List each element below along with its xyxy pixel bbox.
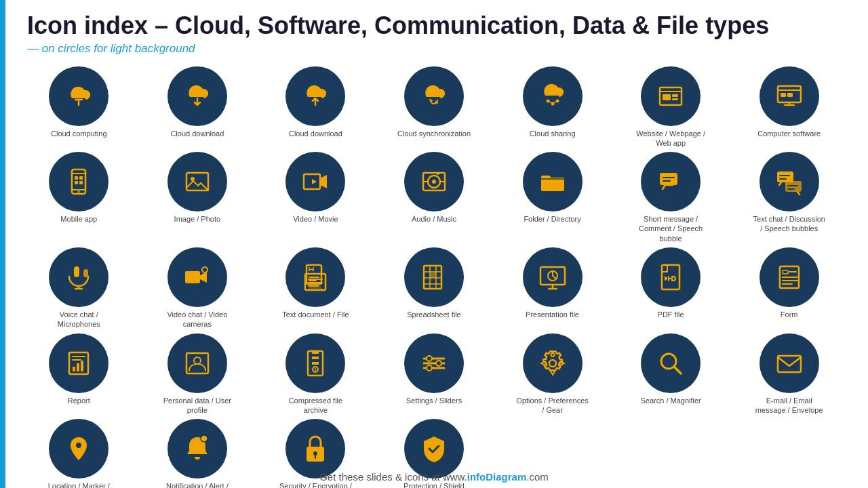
- svg-rect-35: [662, 265, 679, 289]
- icon-item-text-chat: Text chat / Discussion / Speech bubbles: [730, 152, 848, 243]
- icon-circle-report: [49, 333, 108, 393]
- svg-point-17: [191, 177, 195, 181]
- svg-rect-40: [77, 363, 79, 371]
- svg-point-55: [76, 443, 81, 448]
- page-title: Icon index – Cloud, Software, Communicat…: [27, 12, 841, 39]
- svg-rect-9: [787, 93, 793, 97]
- icon-item-mobile-app: Mobile app: [20, 152, 138, 243]
- icon-label-folder-directory: Folder / Directory: [524, 214, 580, 224]
- icon-label-settings: Settings / Sliders: [406, 396, 462, 405]
- icon-item-image-photo: Image / Photo: [139, 152, 256, 243]
- icon-label-video-movie: Video / Movie: [293, 214, 338, 224]
- icon-circle-video-chat: [167, 247, 227, 307]
- svg-rect-37: [783, 270, 788, 274]
- icon-label-email: E-mail / Email message / Envelope: [752, 396, 827, 415]
- icon-circle-spreadsheet: [404, 247, 464, 307]
- svg-rect-6: [672, 98, 678, 100]
- icon-circle-computer-software: [760, 66, 819, 126]
- icon-circle-personal-data: [167, 333, 227, 393]
- icon-circle-search: [641, 333, 701, 393]
- svg-point-50: [436, 361, 441, 366]
- icon-label-presentation: Presentation file: [526, 310, 579, 319]
- icon-circle-form: [760, 247, 819, 307]
- svg-rect-32: [431, 272, 436, 278]
- icon-item-voice-chat: Voice chat / Microphones: [20, 247, 138, 329]
- svg-point-28: [202, 267, 208, 272]
- icon-label-form: Form: [781, 310, 798, 319]
- svg-rect-27: [185, 271, 200, 283]
- icon-label-personal-data: Personal data / User profile: [160, 396, 235, 415]
- icon-circle-image-photo: [167, 152, 227, 211]
- svg-rect-47: [312, 362, 319, 365]
- icon-circle-security: [285, 419, 345, 479]
- icon-item-cloud-sync: Cloud synchronization: [376, 66, 493, 148]
- svg-point-1: [546, 99, 549, 102]
- icon-item-email: E-mail / Email message / Envelope: [730, 333, 848, 415]
- icon-label-image-photo: Image / Photo: [174, 214, 221, 224]
- svg-rect-26: [83, 269, 88, 277]
- icon-circle-notification: [167, 419, 227, 479]
- icon-circle-short-message: [641, 152, 701, 211]
- svg-point-51: [427, 365, 432, 371]
- icon-item-presentation: Presentation file: [494, 247, 611, 329]
- icon-circle-text-document: [285, 247, 345, 307]
- icon-label-audio-music: Audio / Music: [412, 214, 456, 224]
- svg-rect-14: [79, 181, 83, 184]
- svg-rect-25: [74, 266, 79, 277]
- icon-circle-mobile-app: [49, 152, 108, 211]
- icon-item-settings: Settings / Sliders: [376, 333, 493, 415]
- icon-item-form: Form: [730, 247, 848, 329]
- icon-item-report: Report: [20, 333, 138, 415]
- icon-circle-email: [760, 333, 819, 393]
- icon-label-pdf-file: PDF file: [658, 310, 684, 319]
- icon-circle-voice-chat: [49, 247, 108, 307]
- icon-label-cloud-computing: Cloud computing: [51, 129, 107, 138]
- icon-label-text-chat: Text chat / Discussion / Speech bubbles: [752, 214, 827, 234]
- svg-rect-39: [73, 367, 75, 371]
- icon-label-cloud-sync: Cloud synchronization: [397, 129, 471, 138]
- svg-point-49: [427, 356, 432, 361]
- svg-rect-13: [75, 181, 78, 184]
- icon-label-spreadsheet: Spreadsheet file: [407, 310, 461, 319]
- footer-text2: .com: [526, 471, 549, 483]
- icon-item-cloud-download: Cloud download: [139, 66, 256, 148]
- icon-label-compressed-file: Compressed file archive: [278, 396, 353, 415]
- icon-label-cloud-upload: Cloud download: [289, 129, 342, 138]
- footer: Get these slides & icons at www.infoDiag…: [0, 471, 868, 483]
- icon-circle-pdf-file: [641, 247, 701, 307]
- icon-label-text-document: Text document / File: [282, 310, 349, 319]
- icon-label-short-message: Short message / Comment / Speech bubble: [633, 214, 708, 243]
- icon-label-cloud-sharing: Cloud sharing: [530, 129, 576, 138]
- footer-brand: infoDiagram: [467, 471, 527, 483]
- icon-item-video-movie: Video / Movie: [257, 152, 374, 243]
- icon-item-audio-music: Audio / Music: [376, 152, 493, 243]
- svg-point-52: [549, 360, 556, 367]
- icon-item-compressed-file: Compressed file archive: [257, 333, 374, 415]
- page-subtitle: — on circles for light background: [27, 42, 841, 56]
- icon-circle-presentation: [523, 247, 583, 307]
- icon-item-options: Options / Preferences / Gear: [494, 333, 611, 415]
- icon-item-website: Website / Webpage / Web app: [612, 66, 730, 148]
- icon-circle-options: [523, 333, 583, 393]
- icon-item-search: Search / Magnifier: [612, 333, 730, 415]
- icon-item-computer-software: Computer software: [730, 66, 848, 148]
- icon-label-computer-software: Computer software: [757, 129, 821, 138]
- icon-item-cloud-sharing: Cloud sharing: [494, 66, 611, 148]
- svg-rect-8: [781, 93, 786, 97]
- icon-label-website: Website / Webpage / Web app: [633, 129, 708, 148]
- footer-text: Get these slides & icons at www.: [319, 471, 467, 483]
- icon-circle-text-chat: [760, 152, 819, 211]
- icon-label-voice-chat: Voice chat / Microphones: [41, 310, 116, 329]
- icon-item-pdf-file: PDF file: [612, 247, 730, 329]
- svg-rect-4: [663, 94, 671, 100]
- icon-label-mobile-app: Mobile app: [60, 214, 97, 224]
- left-accent-bar: [0, 0, 5, 488]
- icon-item-folder-directory: Folder / Directory: [494, 152, 611, 243]
- svg-point-15: [78, 191, 80, 193]
- icon-label-options: Options / Preferences / Gear: [515, 396, 590, 415]
- svg-rect-11: [75, 176, 78, 180]
- icon-circle-cloud-computing: [49, 66, 108, 126]
- svg-rect-41: [81, 361, 83, 371]
- icon-label-cloud-download: Cloud download: [170, 129, 224, 138]
- icon-circle-video-movie: [285, 152, 345, 211]
